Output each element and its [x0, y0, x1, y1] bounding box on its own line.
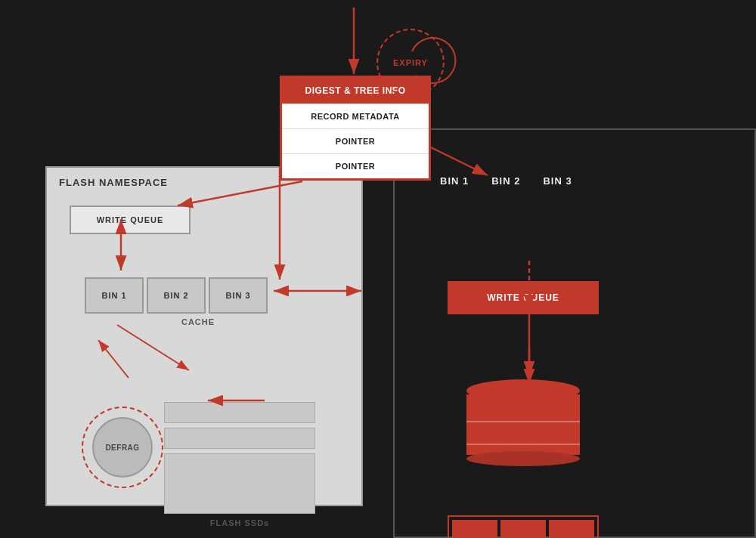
- flash-namespace-label: FLASH NAMESPACE: [59, 177, 168, 188]
- storage-bottom: [448, 515, 599, 538]
- cache-area: BIN 1 BIN 2 BIN 3 CACHE: [85, 277, 311, 326]
- ssd-block-1: [164, 402, 315, 423]
- ssd-block-3: [164, 453, 315, 514]
- storage-cell-3: [549, 520, 594, 538]
- expiry-label: EXPIRY: [393, 58, 428, 67]
- storage-cell-2: [500, 520, 546, 538]
- defrag-label: DEFRAG: [105, 444, 139, 452]
- right-panel: BIN 1 BIN 2 BIN 3 WRITE QUEUE: [393, 128, 756, 538]
- flash-write-queue-label: WRITE QUEUE: [97, 215, 164, 224]
- cache-label: CACHE: [85, 317, 311, 326]
- flash-namespace-panel: FLASH NAMESPACE WRITE QUEUE BIN 1 BIN 2 …: [45, 166, 363, 506]
- right-write-queue: WRITE QUEUE: [448, 281, 599, 314]
- db-top: [466, 379, 580, 402]
- right-bins: BIN 1 BIN 2 BIN 3: [440, 175, 572, 187]
- record-row-pointer2: POINTER: [282, 154, 429, 178]
- right-bin-2: BIN 2: [491, 175, 520, 187]
- db-body: [466, 394, 580, 455]
- flash-ssds-label: FLASH SSDs: [164, 518, 315, 527]
- ssd-block-2: [164, 428, 315, 449]
- storage-cell-1: [452, 520, 497, 538]
- flash-bin-1: BIN 1: [85, 277, 144, 314]
- database-cylinder: [466, 379, 580, 478]
- right-bin-1: BIN 1: [440, 175, 469, 187]
- right-bin-3: BIN 3: [543, 175, 572, 187]
- flash-write-queue: WRITE QUEUE: [70, 206, 191, 234]
- right-write-queue-label: WRITE QUEUE: [487, 292, 559, 303]
- expiry-circle: EXPIRY: [376, 29, 445, 97]
- flash-ssds-area: FLASH SSDs: [164, 402, 315, 527]
- record-row-pointer1: POINTER: [282, 129, 429, 154]
- db-bottom: [466, 451, 580, 466]
- flash-bin-2: BIN 2: [147, 277, 206, 314]
- flash-bin-3: BIN 3: [209, 277, 268, 314]
- record-row-metadata: RECORD METADATA: [282, 104, 429, 129]
- cache-bins: BIN 1 BIN 2 BIN 3: [85, 277, 311, 314]
- defrag-circle: DEFRAG: [92, 417, 153, 478]
